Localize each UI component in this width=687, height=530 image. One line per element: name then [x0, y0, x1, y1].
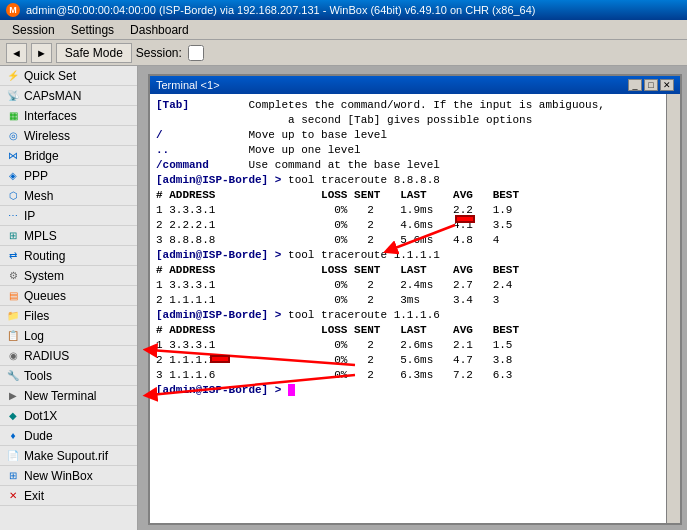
routing-icon: ⇄: [6, 249, 20, 263]
sidebar-item-bridge[interactable]: ⋈Bridge: [0, 146, 137, 166]
sidebar-item-radius[interactable]: ◉RADIUS: [0, 346, 137, 366]
terminal-line: # ADDRESS LOSS SENT LAST AVG BEST: [156, 323, 660, 338]
sidebar-item-files[interactable]: 📁Files: [0, 306, 137, 326]
dot1x-icon: ◆: [6, 409, 20, 423]
app-icon: M: [6, 3, 20, 17]
terminal-line: /command Use command at the base level: [156, 158, 660, 173]
sidebar-item-tools[interactable]: 🔧Tools: [0, 366, 137, 386]
sidebar-item-quick-set[interactable]: ⚡Quick Set: [0, 66, 137, 86]
quick-set-label: Quick Set: [24, 69, 76, 83]
wireless-icon: ◎: [6, 129, 20, 143]
sidebar-item-system[interactable]: ⚙System: [0, 266, 137, 286]
dude-icon: ♦: [6, 429, 20, 443]
queues-icon: ▤: [6, 289, 20, 303]
terminal-scrollbar[interactable]: [666, 94, 680, 523]
exit-label: Exit: [24, 489, 44, 503]
mesh-icon: ⬡: [6, 189, 20, 203]
sidebar-item-new-terminal[interactable]: ▶New Terminal: [0, 386, 137, 406]
tools-label: Tools: [24, 369, 52, 383]
terminal-line: 2 2.2.2.1 0% 2 4.6ms 4.1 3.5: [156, 218, 660, 233]
routing-label: Routing: [24, 249, 65, 263]
system-icon: ⚙: [6, 269, 20, 283]
back-button[interactable]: ◄: [6, 43, 27, 63]
sidebar-item-exit[interactable]: ✕Exit: [0, 486, 137, 506]
new-terminal-label: New Terminal: [24, 389, 96, 403]
tools-icon: 🔧: [6, 369, 20, 383]
sidebar-item-capsman[interactable]: 📡CAPsMAN: [0, 86, 137, 106]
terminal-line: a second [Tab] gives possible options: [156, 113, 660, 128]
menu-dashboard[interactable]: Dashboard: [122, 22, 197, 38]
terminal-cursor-line: [admin@ISP-Borde] >: [156, 383, 660, 398]
terminal-line: 1 3.3.3.1 0% 2 2.6ms 2.1 1.5: [156, 338, 660, 353]
sidebar-item-new-winbox[interactable]: ⊞New WinBox: [0, 466, 137, 486]
files-label: Files: [24, 309, 49, 323]
log-label: Log: [24, 329, 44, 343]
terminal-line: 3 8.8.8.8 0% 2 5.6ms 4.8 4: [156, 233, 660, 248]
bridge-icon: ⋈: [6, 149, 20, 163]
ip-label: IP: [24, 209, 35, 223]
terminal-title: Terminal <1>: [156, 79, 220, 91]
ppp-label: PPP: [24, 169, 48, 183]
exit-icon: ✕: [6, 489, 20, 503]
terminal-line: 2 1.1.1.1 0% 2 3ms 3.4 3: [156, 293, 660, 308]
terminal-titlebar: Terminal <1> _ □ ✕: [150, 76, 680, 94]
sidebar-item-interfaces[interactable]: ▦Interfaces: [0, 106, 137, 126]
ip-icon: ⋯: [6, 209, 20, 223]
capsman-icon: 📡: [6, 89, 20, 103]
system-label: System: [24, 269, 64, 283]
sidebar-item-mesh[interactable]: ⬡Mesh: [0, 186, 137, 206]
sidebar-item-make-supout[interactable]: 📄Make Supout.rif: [0, 446, 137, 466]
terminal-line: / Move up to base level: [156, 128, 660, 143]
safe-mode-button[interactable]: Safe Mode: [56, 43, 132, 63]
terminal-line: # ADDRESS LOSS SENT LAST AVG BEST: [156, 263, 660, 278]
queues-label: Queues: [24, 289, 66, 303]
terminal-maximize[interactable]: □: [644, 79, 658, 91]
terminal-line: [Tab] Completes the command/word. If the…: [156, 98, 660, 113]
new-terminal-icon: ▶: [6, 389, 20, 403]
session-label: Session:: [136, 46, 182, 60]
sidebar-item-mpls[interactable]: ⊞MPLS: [0, 226, 137, 246]
terminal-line: 1 3.3.3.1 0% 2 1.9ms 2.2 1.9: [156, 203, 660, 218]
terminal-close[interactable]: ✕: [660, 79, 674, 91]
terminal-controls: _ □ ✕: [628, 79, 674, 91]
log-icon: 📋: [6, 329, 20, 343]
radius-icon: ◉: [6, 349, 20, 363]
toolbar: ◄ ► Safe Mode Session:: [0, 40, 687, 66]
make-supout-icon: 📄: [6, 449, 20, 463]
mesh-label: Mesh: [24, 189, 53, 203]
sidebar-item-log[interactable]: 📋Log: [0, 326, 137, 346]
terminal-minimize[interactable]: _: [628, 79, 642, 91]
sidebar-item-ppp[interactable]: ◈PPP: [0, 166, 137, 186]
sidebar-item-queues[interactable]: ▤Queues: [0, 286, 137, 306]
dot1x-label: Dot1X: [24, 409, 57, 423]
sidebar-item-routing[interactable]: ⇄Routing: [0, 246, 137, 266]
wireless-label: Wireless: [24, 129, 70, 143]
terminal-line: [admin@ISP-Borde] > tool traceroute 1.1.…: [156, 308, 660, 323]
radius-label: RADIUS: [24, 349, 69, 363]
terminal-line: # ADDRESS LOSS SENT LAST AVG BEST: [156, 188, 660, 203]
sidebar-item-wireless[interactable]: ◎Wireless: [0, 126, 137, 146]
files-icon: 📁: [6, 309, 20, 323]
session-checkbox[interactable]: [186, 45, 206, 61]
new-winbox-label: New WinBox: [24, 469, 93, 483]
menu-settings[interactable]: Settings: [63, 22, 122, 38]
capsman-label: CAPsMAN: [24, 89, 81, 103]
sidebar-item-dude[interactable]: ♦Dude: [0, 426, 137, 446]
bridge-label: Bridge: [24, 149, 59, 163]
sidebar-item-ip[interactable]: ⋯IP: [0, 206, 137, 226]
new-winbox-icon: ⊞: [6, 469, 20, 483]
interfaces-label: Interfaces: [24, 109, 77, 123]
ppp-icon: ◈: [6, 169, 20, 183]
terminal-body[interactable]: [Tab] Completes the command/word. If the…: [150, 94, 666, 523]
terminal-line: 3 1.1.1.6 0% 2 6.3ms 7.2 6.3: [156, 368, 660, 383]
terminal-line: [admin@ISP-Borde] > tool traceroute 1.1.…: [156, 248, 660, 263]
mpls-icon: ⊞: [6, 229, 20, 243]
terminal-wrapper: [Tab] Completes the command/word. If the…: [150, 94, 680, 523]
dude-label: Dude: [24, 429, 53, 443]
menu-session[interactable]: Session: [4, 22, 63, 38]
sidebar-item-dot1x[interactable]: ◆Dot1X: [0, 406, 137, 426]
title-bar: M admin@50:00:00:04:00:00 (ISP-Borde) vi…: [0, 0, 687, 20]
make-supout-label: Make Supout.rif: [24, 449, 108, 463]
forward-button[interactable]: ►: [31, 43, 52, 63]
quick-set-icon: ⚡: [6, 69, 20, 83]
